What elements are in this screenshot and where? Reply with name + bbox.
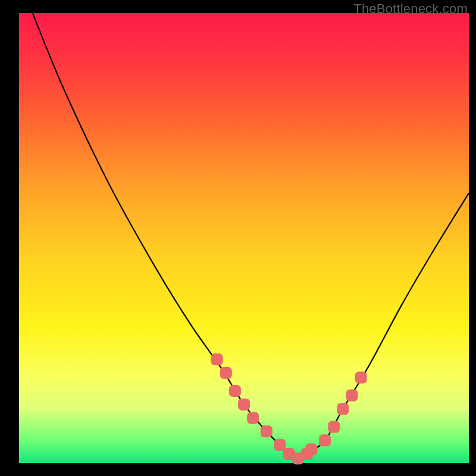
chart-svg xyxy=(19,13,469,463)
highlight-dot xyxy=(319,434,331,446)
highlight-dot xyxy=(355,371,367,383)
highlight-dot xyxy=(220,367,232,379)
highlight-dot xyxy=(261,425,273,437)
highlight-dot xyxy=(229,385,241,397)
watermark-text: TheBottleneck.com xyxy=(353,1,468,17)
chart-plot-area xyxy=(19,13,469,463)
highlight-dot xyxy=(305,443,317,455)
highlight-dot xyxy=(274,439,286,451)
highlight-dots xyxy=(211,353,367,464)
highlight-dot xyxy=(247,412,259,424)
highlight-dot xyxy=(337,403,349,415)
highlight-dot xyxy=(328,421,340,433)
chart-frame: TheBottleneck.com xyxy=(0,0,476,476)
highlight-dot xyxy=(346,390,358,402)
highlight-dot xyxy=(211,353,223,365)
highlight-dot xyxy=(238,399,250,411)
bottleneck-curve xyxy=(33,13,469,458)
